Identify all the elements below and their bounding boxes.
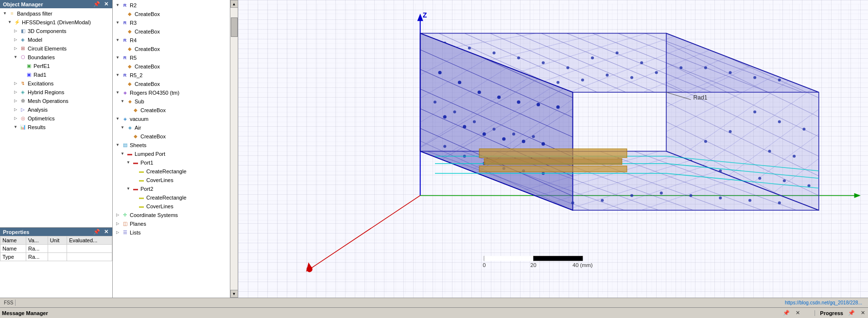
tree-port2[interactable]: ▼ ▬ Port2 [114, 184, 229, 193]
svg-point-75 [793, 155, 796, 158]
svg-point-34 [517, 56, 520, 59]
tree-item-circuit[interactable]: ▷ ⊞ Circuit Elements [1, 44, 111, 53]
label-createbox-r2: CreateBox [135, 10, 160, 18]
tree-createbox-r5-2[interactable]: ◆ CreateBox [114, 80, 229, 88]
msg-close-icon[interactable]: ✕ [795, 310, 801, 316]
expand-port2: ▼ [125, 186, 131, 192]
prop-pin-icon[interactable]: 📌 [92, 229, 101, 235]
tree-planes[interactable]: ▷ ◫ Planes [114, 219, 229, 228]
tree-item-3dcomp[interactable]: ▷ ◧ 3D Components [1, 27, 111, 35]
close-icon[interactable]: ✕ [103, 1, 109, 7]
scroll-up-btn[interactable]: ▲ [230, 0, 238, 8]
tree-item-rad1[interactable]: ▣ Rad1 [1, 70, 111, 79]
svg-point-52 [753, 76, 756, 79]
icon-rogers: ◈ [122, 89, 128, 96]
tree-createbox-r4[interactable]: ◆ CreateBox [114, 45, 229, 53]
svg-text:40 (mm): 40 (mm) [573, 262, 593, 268]
tree-item-bandpass[interactable]: ▼ ≡ Bandpass filter [1, 9, 111, 18]
expand-coverlines-p1 [131, 177, 137, 183]
tree-item-hybrid[interactable]: ▷ ◈ Hybrid Regions [1, 88, 111, 97]
icon-coverlines-p2: ▬ [138, 203, 145, 210]
status-left: FSS [2, 300, 16, 306]
prop-close-icon[interactable]: ✕ [103, 229, 109, 235]
prop-header-icons: 📌 ✕ [92, 229, 109, 235]
expand-boundaries: ▼ [13, 54, 18, 60]
col-name: Name [0, 236, 26, 245]
bottom-area: FSS https://blog.csdn.net/gq_2018/228...… [0, 298, 868, 318]
middle-tree: ▼ R R2 ◆ CreateBox ▼ R R3 ◆ [113, 0, 230, 298]
properties-title: Properties [3, 229, 29, 235]
svg-point-144 [458, 81, 461, 84]
svg-point-100 [601, 199, 604, 202]
tree-sub[interactable]: ▼ ◆ Sub [114, 97, 229, 106]
tree-r5-2[interactable]: ▼ R R5_2 [114, 71, 229, 80]
icon-coordsys: ✛ [122, 212, 128, 218]
header-icons: 📌 ✕ [92, 1, 109, 7]
tree-lists[interactable]: ▷ ☰ Lists [114, 228, 229, 237]
svg-point-147 [517, 100, 521, 104]
tree-item-results[interactable]: ▼ 📊 Results [1, 123, 111, 132]
tree-item-optim[interactable]: ▷ ◎ Optimetrics [1, 114, 111, 123]
middle-scrollbar[interactable]: ▲ ▼ [230, 0, 238, 298]
scroll-track[interactable] [230, 8, 238, 290]
prop-row-type-unit [48, 253, 67, 261]
tree-port1[interactable]: ▼ ▬ Port1 [114, 158, 229, 167]
tree-r4[interactable]: ▼ R R4 [114, 36, 229, 45]
icon-sheets: ▤ [122, 142, 128, 149]
tree-rogers[interactable]: ▼ ◈ Rogers RO4350 (tm) [114, 88, 229, 97]
tree-createbox-sub[interactable]: ◆ CreateBox [114, 106, 229, 115]
tree-createrect-p2[interactable]: ▬ CreateRectangle [114, 193, 229, 202]
svg-point-121 [434, 100, 436, 103]
tree-item-mesh[interactable]: ▷ ⬟ Mesh Operations [1, 97, 111, 105]
expand-createbox-sub [125, 107, 131, 113]
pin-icon[interactable]: 📌 [92, 1, 101, 7]
icon-excitations: ↯ [19, 80, 26, 87]
scroll-thumb[interactable] [231, 17, 238, 37]
icon-sub: ◆ [126, 98, 133, 105]
tree-item-hfss[interactable]: ▼ ⚡ HFSSDesign1 (DrivenModal) [1, 18, 111, 27]
expand-sub: ▼ [120, 99, 125, 104]
tree-createbox-r3[interactable]: ◆ CreateBox [114, 27, 229, 36]
tree-item-excitations[interactable]: ▷ ↯ Excitations [1, 79, 111, 88]
tree-air[interactable]: ▼ ◆ Air [114, 123, 229, 132]
tree-item-boundaries[interactable]: ▼ ⬡ Boundaries [1, 53, 111, 62]
label-r3: R3 [130, 19, 137, 27]
icon-air: ◆ [126, 124, 133, 131]
tree-coverlines-p1[interactable]: ▬ CoverLines [114, 176, 229, 184]
tree-createbox-air[interactable]: ◆ CreateBox [114, 132, 229, 141]
tree-coordsys[interactable]: ▷ ✛ Coordinate Systems [114, 211, 229, 219]
object-manager-header: Object Manager 📌 ✕ [0, 0, 112, 8]
tree-item-analysis[interactable]: ▷ ▷ Analysis [1, 105, 111, 114]
msg-pin-icon[interactable]: 📌 [782, 310, 791, 316]
tree-r2[interactable]: ▼ R R2 [114, 1, 229, 10]
tree-coverlines-p2[interactable]: ▬ CoverLines [114, 202, 229, 211]
icon-createbox-r3: ◆ [126, 28, 133, 35]
tree-item-perfe1[interactable]: ▣ PerfE1 [1, 62, 111, 70]
tree-sheets[interactable]: ▼ ▤ Sheets [114, 141, 229, 150]
tree-lumpedport[interactable]: ▼ ▬ Lumped Port [114, 150, 229, 158]
expand-createrect-p2 [131, 195, 137, 201]
icon-results: 📊 [19, 124, 26, 131]
icon-lists: ☰ [122, 229, 128, 236]
svg-rect-172 [534, 256, 583, 261]
tree-r3[interactable]: ▼ R R3 [114, 18, 229, 27]
svg-rect-162 [479, 149, 627, 158]
tree-r5[interactable]: ▼ R R5 [114, 53, 229, 62]
tree-item-model[interactable]: ▷ ◈ Model [1, 35, 111, 44]
3d-model-svg: Z [238, 0, 868, 298]
expand-bandpass: ▼ [2, 11, 8, 17]
progress-pin-icon[interactable]: 📌 [847, 310, 856, 316]
label-bandpass: Bandpass filter [17, 10, 52, 17]
tree-createbox-r5[interactable]: ◆ CreateBox [114, 62, 229, 71]
icon-lumpedport: ▬ [126, 151, 133, 157]
viewport[interactable]: Z [238, 0, 868, 298]
tree-createrect-p1[interactable]: ▬ CreateRectangle [114, 167, 229, 176]
expand-createbox-r2 [120, 11, 125, 17]
scroll-down-btn[interactable]: ▼ [230, 290, 238, 298]
main-area: Object Manager 📌 ✕ ▼ ≡ Bandpass filter ▼… [0, 0, 868, 298]
progress-close-icon[interactable]: ✕ [860, 310, 866, 316]
expand-optim: ▷ [13, 116, 18, 121]
tree-createbox-r2[interactable]: ◆ CreateBox [114, 10, 229, 18]
svg-rect-163 [484, 159, 622, 165]
tree-vacuum[interactable]: ▼ ◈ vacuum [114, 115, 229, 123]
